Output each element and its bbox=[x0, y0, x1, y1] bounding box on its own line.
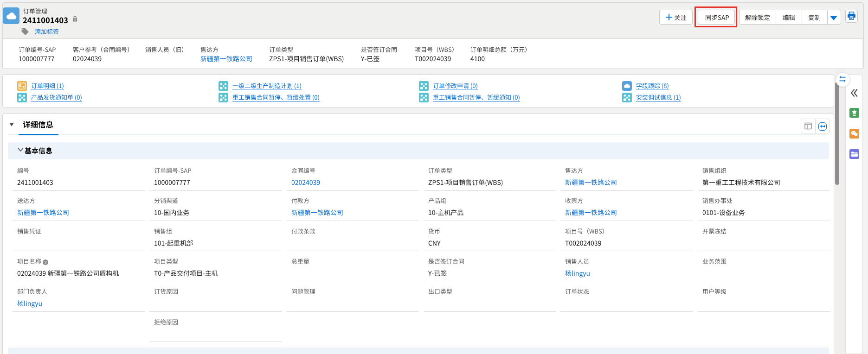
svg-text:?: ? bbox=[44, 260, 46, 265]
svg-text:$: $ bbox=[19, 83, 22, 88]
